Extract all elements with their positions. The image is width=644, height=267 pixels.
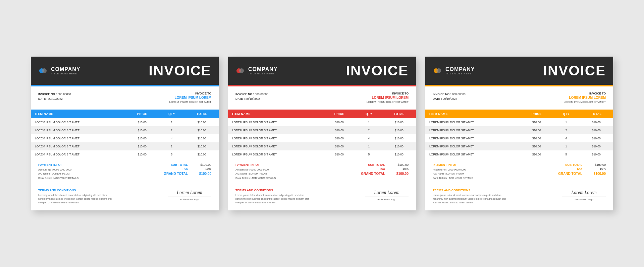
bottom-pad-red [228,204,416,210]
th-total-red: TOTAL [382,110,416,118]
logo-icon-blue [38,66,48,75]
terms-left-red: TERMS AND CONDITIONS Lorem ipsum dolor s… [235,189,309,205]
bottom-pad-blue [31,204,219,210]
subtotal-row-red: SUB TOTAL $100.00 [348,163,409,166]
th-qty-blue: QTY [158,110,185,118]
cell-total: $10.00 [185,134,219,142]
cell-price: $10.00 [323,150,356,158]
table-body-yellow: LOREM IPSUM DOLOR SIT AMET$10.001$10.00L… [425,118,613,158]
logo-area-yellow: COMPANY TITLE GOES HERE [433,66,475,75]
bottom-pad-yellow [425,204,613,210]
cell-total: $10.00 [185,150,219,158]
invoice-title-yellow: INVOICE [543,63,606,79]
invoice-info-right-yellow: INVOICE TO LOREM IPSUM LOREM LOREM IPSUM… [564,92,606,104]
payment-title-yellow: PAYMENT INFO: [433,163,473,166]
table-row: LOREM IPSUM DOLOR SIT AMET$10.001$10.00 [425,142,613,150]
invoice-to-address-blue: LOREM IPSUM DOLOR SIT AMET [169,101,211,104]
invoice-no-yellow: INVOICE NO : 000 00000 [433,92,466,96]
table-row: LOREM IPSUM DOLOR SIT AMET$10.002$10.00 [31,126,219,134]
cell-total: $10.00 [185,118,219,126]
invoice-to-label-blue: INVOICE TO [169,92,211,95]
terms-title-yellow: TERMS AND CONDITIONS [433,189,506,192]
sign-label-red: Authorised Sign [365,198,409,201]
grandtotal-row-red: GRAND TOTAL $100.00 [348,172,409,176]
cell-total: $10.00 [382,126,416,134]
tax-row-blue: TAX 10% [151,167,211,171]
th-qty-yellow: QTY [553,110,579,118]
cell-total: $10.00 [382,134,416,142]
cell-qty: 2 [356,126,382,134]
cell-qty: 1 [158,142,185,150]
sign-line-blue [168,197,211,197]
cell-qty: 5 [553,150,579,158]
table-row: LOREM IPSUM DOLOR SIT AMET$10.004$10.00 [228,134,416,142]
payment-acno-red: Account No : 0000 0000 0000 [235,168,276,172]
cell-price: $10.00 [520,150,553,158]
table-row: LOREM IPSUM DOLOR SIT AMET$10.002$10.00 [228,126,416,134]
cell-qty: 5 [158,150,185,158]
cell-qty: 1 [356,142,382,150]
payment-info-red: PAYMENT INFO: Account No : 0000 0000 000… [235,163,276,181]
cell-qty: 4 [158,134,185,142]
invoice-footer-yellow: PAYMENT INFO: Account No : 0000 0000 000… [425,158,613,185]
cell-name: LOREM IPSUM DOLOR SIT AMET [31,126,126,134]
cell-name: LOREM IPSUM DOLOR SIT AMET [228,126,323,134]
payment-info-blue: PAYMENT INFO: Account No : 0000 0000 000… [38,163,78,181]
totals-section-red: SUB TOTAL $100.00 TAX 10% GRAND TOTAL $1… [348,163,409,176]
payment-acname-blue: A/C Name : LOREM IPSUM [38,172,78,176]
invoice-date-red: DATE : 20/10/2022 [235,96,268,101]
th-total-blue: TOTAL [185,110,219,118]
invoice-footer-red: PAYMENT INFO: Account No : 0000 0000 000… [228,158,416,185]
cell-name: LOREM IPSUM DOLOR SIT AMET [425,150,520,158]
invoice-info-left-yellow: INVOICE NO : 000 00000 DATE : 20/10/2022 [433,92,466,104]
invoice-to-address-yellow: LOREM IPSUM DOLOR SIT AMET [564,101,606,104]
table-row: LOREM IPSUM DOLOR SIT AMET$10.001$10.00 [425,118,613,126]
sign-section-red: Lorem Lorem Authorised Sign [365,190,409,204]
invoice-info-right-blue: INVOICE TO LOREM IPSUM LOREM LOREM IPSUM… [169,92,211,104]
terms-left-yellow: TERMS AND CONDITIONS Lorem ipsum dolor s… [433,189,506,205]
invoice-header-blue: COMPANY TITLE GOES HERE INVOICE [31,57,219,85]
sign-label-yellow: Authorised Sign [562,198,606,201]
cell-total: $10.00 [580,126,613,134]
cell-name: LOREM IPSUM DOLOR SIT AMET [31,150,126,158]
terms-section-red: TERMS AND CONDITIONS Lorem ipsum dolor s… [228,185,416,205]
sign-name-blue: Lorem Lorem [168,190,211,195]
cell-total: $10.00 [382,142,416,150]
table-row: LOREM IPSUM DOLOR SIT AMET$10.004$10.00 [425,134,613,142]
invoice-info-red: INVOICE NO : 000 00000 DATE : 20/10/2022… [228,86,416,107]
terms-body-yellow: Lorem ipsum dolor sit amet, consectetuer… [433,193,506,205]
invoice-table-blue: ITEM NAME PRICE QTY TOTAL LOREM IPSUM DO… [31,110,219,158]
company-name-yellow: COMPANY [445,66,475,72]
tax-row-yellow: TAX 10% [545,167,606,171]
invoice-header-red: COMPANY TITLE GOES HERE INVOICE [228,57,416,85]
invoice-to-label-yellow: INVOICE TO [564,92,606,95]
th-price-yellow: PRICE [520,110,553,118]
invoice-header-yellow: COMPANY TITLE GOES HERE INVOICE [425,57,613,85]
invoice-info-left-red: INVOICE NO : 000 00000 DATE : 20/10/2022 [235,92,268,104]
invoice-info-right-red: INVOICE TO LOREM IPSUM LOREM LOREM IPSUM… [367,92,409,104]
payment-bank-red: Bank Details : ADD YOUR DETAILS [235,176,276,181]
terms-body-red: Lorem ipsum dolor sit amet, consectetuer… [235,193,309,205]
cell-qty: 2 [553,126,579,134]
cell-qty: 2 [158,126,185,134]
sign-section-blue: Lorem Lorem Authorised Sign [168,190,211,204]
terms-section-blue: TERMS AND CONDITIONS Lorem ipsum dolor s… [31,185,219,205]
invoice-footer-blue: PAYMENT INFO: Account No : 0000 0000 000… [31,158,219,185]
cell-price: $10.00 [520,126,553,134]
cell-price: $10.00 [323,118,356,126]
sign-label-blue: Authorised Sign [168,198,211,201]
sign-name-yellow: Lorem Lorem [562,190,606,195]
company-name-red: COMPANY [248,66,278,72]
th-price-red: PRICE [323,110,356,118]
th-price-blue: PRICE [126,110,158,118]
sign-name-red: Lorem Lorem [365,190,409,195]
invoice-title-red: INVOICE [346,63,409,79]
logo-area-blue: COMPANY TITLE GOES HERE [38,66,80,75]
logo-icon-red [235,66,245,75]
cell-price: $10.00 [520,118,553,126]
invoice-to-name-red: LOREM IPSUM LOREM [367,95,409,101]
table-row: LOREM IPSUM DOLOR SIT AMET$10.005$10.00 [425,150,613,158]
cell-total: $10.00 [382,150,416,158]
table-row: LOREM IPSUM DOLOR SIT AMET$10.005$10.00 [31,150,219,158]
cell-name: LOREM IPSUM DOLOR SIT AMET [228,150,323,158]
